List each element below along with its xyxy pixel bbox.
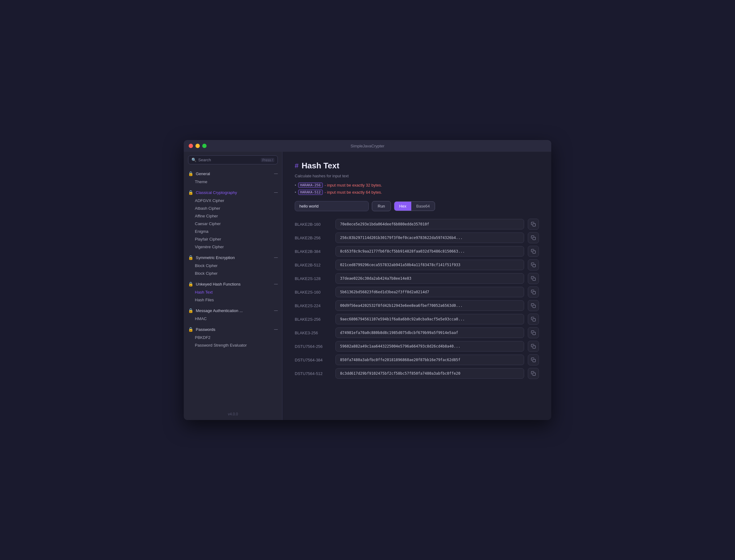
sidebar-item-affine[interactable]: Affine Cipher	[184, 212, 282, 220]
group-label-passwords: Passwords	[196, 327, 272, 332]
haraka256-warning: - input must be exactly 32 bytes.	[325, 183, 382, 187]
copy-button[interactable]	[528, 286, 539, 298]
sidebar-group-classical[interactable]: 🔒 Classical Cryptography —	[184, 188, 282, 197]
svg-rect-6	[533, 305, 535, 308]
hash-label: BLAKE2S-256	[295, 317, 332, 322]
sidebar-group-mac[interactable]: 🔒 Message Authentication ... —	[184, 306, 282, 315]
svg-rect-7	[533, 319, 535, 321]
sidebar-section-passwords: 🔒 Passwords — PBKDF2 Password Strength E…	[184, 324, 282, 350]
collapse-icon-passwords: —	[274, 327, 278, 331]
lock-icon-classical: 🔒	[188, 190, 193, 195]
hash-row: BLAKE2B-512021ced8799296ceca557832ab941a…	[295, 259, 539, 270]
hash-value: d74981efa70a0c880b8d8c1985d075dbcbf679b9…	[336, 327, 524, 338]
search-bar[interactable]: 🔍 Search Press /	[188, 155, 278, 164]
sidebar-item-block-cipher-2[interactable]: Block Cipher	[184, 270, 282, 277]
sidebar-item-pbkdf2[interactable]: PBKDF2	[184, 334, 282, 341]
copy-button[interactable]	[528, 368, 539, 379]
app-version: v4.0.0	[184, 408, 282, 420]
collapse-icon-symmetric: —	[274, 255, 278, 260]
hash-label: BLAKE2S-224	[295, 303, 332, 308]
lock-icon-passwords: 🔒	[188, 327, 193, 332]
sidebar-item-atbash[interactable]: Atbash Cipher	[184, 204, 282, 212]
hash-value: 37deae0226c30da2ab424a7b8ee14e83	[336, 273, 524, 284]
sidebar-item-vigenere[interactable]: Vigenère Cipher	[184, 243, 282, 251]
hash-label: DSTU7564-256	[295, 344, 332, 349]
hash-label: BLAKE2B-512	[295, 263, 332, 267]
copy-button[interactable]	[528, 259, 539, 270]
svg-rect-9	[533, 346, 535, 348]
hash-label: BLAKE2S-160	[295, 290, 332, 294]
info-list: HARAKA-256 - input must be exactly 32 by…	[295, 183, 539, 195]
controls-row: Run Hex Base64	[295, 201, 539, 211]
minimize-button[interactable]	[196, 144, 200, 148]
hash-row: BLAKE2S-22400d9f56ea4202532f8fd42b12943e…	[295, 300, 539, 311]
hash-label: DSTU7564-384	[295, 358, 332, 362]
collapse-icon-mac: —	[274, 308, 278, 313]
sidebar-section-classical: 🔒 Classical Cryptography — ADFGVX Cipher…	[184, 187, 282, 252]
maximize-button[interactable]	[202, 144, 207, 148]
copy-button[interactable]	[528, 327, 539, 338]
page-header: # Hash Text	[295, 161, 539, 171]
format-toggle: Hex Base64	[394, 201, 435, 211]
sidebar-group-hash[interactable]: 🔒 Unkeyed Hash Functions —	[184, 280, 282, 288]
copy-button[interactable]	[528, 273, 539, 284]
sidebar-item-adfgvx[interactable]: ADFGVX Cipher	[184, 197, 282, 204]
info-item-haraka256: HARAKA-256 - input must be exactly 32 by…	[295, 183, 539, 188]
group-label-general: General	[196, 171, 272, 176]
sidebar-item-hash-text[interactable]: Hash Text	[184, 288, 282, 296]
sidebar-group-passwords[interactable]: 🔒 Passwords —	[184, 325, 282, 334]
collapse-icon-hash: —	[274, 282, 278, 286]
svg-rect-10	[533, 359, 535, 362]
copy-button[interactable]	[528, 300, 539, 311]
main-content: # Hash Text Calculate hashes for input t…	[283, 152, 551, 420]
hash-label: BLAKE3-256	[295, 331, 332, 335]
sidebar-item-hmac[interactable]: HMAC	[184, 315, 282, 323]
hash-table: BLAKE2B-16070e8ece5e293e1bda064deef6b080…	[295, 219, 539, 379]
hash-label: DSTU7564-512	[295, 371, 332, 376]
sidebar-group-general[interactable]: 🔒 General —	[184, 169, 282, 178]
copy-button[interactable]	[528, 232, 539, 243]
sidebar-item-theme[interactable]: Theme	[184, 178, 282, 186]
page-subtitle: Calculate hashes for input text	[295, 174, 539, 178]
sidebar: 🔍 Search Press / 🔒 General — Theme 🔒 Cla…	[184, 152, 283, 420]
group-label-classical: Classical Cryptography	[196, 190, 272, 195]
copy-button[interactable]	[528, 246, 539, 257]
sidebar-item-block-cipher-1[interactable]: Block Cipher	[184, 262, 282, 270]
svg-rect-1	[533, 237, 535, 240]
svg-rect-3	[533, 264, 535, 267]
collapse-icon-general: —	[274, 171, 278, 176]
sidebar-section-mac: 🔒 Message Authentication ... — HMAC	[184, 305, 282, 324]
hash-row: BLAKE2S-12837deae0226c30da2ab424a7b8ee14…	[295, 273, 539, 284]
sidebar-group-symmetric[interactable]: 🔒 Symmetric Encryption —	[184, 253, 282, 262]
page-title: Hash Text	[302, 161, 339, 171]
hash-row: BLAKE2B-16070e8ece5e293e1bda064deef6b080…	[295, 219, 539, 230]
sidebar-item-playfair[interactable]: Playfair Cipher	[184, 235, 282, 243]
sidebar-item-password-strength[interactable]: Password Strength Evaluator	[184, 341, 282, 349]
hash-row: DSTU7564-5128c3dd617d29bf9102475bf2cf58b…	[295, 368, 539, 379]
hash-input[interactable]	[295, 201, 369, 211]
lock-icon-mac: 🔒	[188, 308, 193, 313]
copy-button[interactable]	[528, 314, 539, 325]
traffic-lights	[189, 144, 207, 148]
sidebar-item-hash-files[interactable]: Hash Files	[184, 296, 282, 304]
hash-row: BLAKE3-256d74981efa70a0c880b8d8c1985d075…	[295, 327, 539, 338]
info-item-haraka512: HARAKA-512 - input must be exactly 64 by…	[295, 190, 539, 195]
hash-value: 021ced8799296ceca557832ab941a50b4a11f834…	[336, 260, 524, 270]
hash-value: 9aec6806794561107e594b1f6a8a6b0c92a0cba9…	[336, 314, 524, 324]
svg-rect-8	[533, 332, 535, 335]
sidebar-item-caesar[interactable]: Caesar Cipher	[184, 220, 282, 228]
hash-label: BLAKE2S-128	[295, 276, 332, 281]
copy-button[interactable]	[528, 341, 539, 352]
haraka512-pill: HARAKA-512	[298, 190, 323, 195]
close-button[interactable]	[189, 144, 193, 148]
hex-toggle[interactable]: Hex	[394, 202, 411, 211]
copy-button[interactable]	[528, 219, 539, 230]
sidebar-section-hash: 🔒 Unkeyed Hash Functions — Hash Text Has…	[184, 278, 282, 305]
base64-toggle[interactable]: Base64	[411, 202, 435, 211]
svg-rect-11	[533, 373, 535, 376]
hash-value: 256c83b297114d201b30179f3f0ef0cace978362…	[336, 233, 524, 243]
copy-button[interactable]	[528, 354, 539, 365]
run-button[interactable]: Run	[372, 201, 391, 211]
search-placeholder: Search	[198, 158, 259, 162]
sidebar-item-enigma[interactable]: Enigma	[184, 228, 282, 235]
